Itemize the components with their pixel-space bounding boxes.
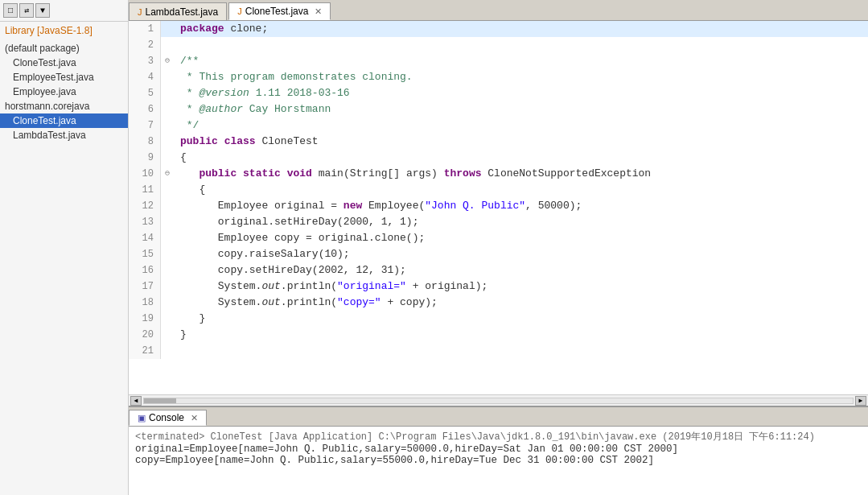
line-content-11: { [174,182,205,198]
code-line-2: 2 [129,37,868,53]
code-line-19: 19 } [129,311,868,327]
line-num-3: 3 [129,53,161,69]
code-editor[interactable]: 1 package clone; 2 3 ⊖ /** 4 * This prog [129,21,868,394]
file-icon-clone: J [237,6,242,16]
line-content-15: copy.raiseSalary(10); [174,246,350,262]
line-num-7: 7 [129,118,161,134]
file-icon-lambda: J [138,7,142,17]
scroll-left-btn[interactable]: ◀ [130,396,142,406]
line-content-20: } [174,327,187,343]
line-content-1: package clone; [174,21,268,37]
code-line-21: 21 [129,343,868,359]
sidebar-item-horstmann[interactable]: horstmann.corejava [0,99,128,113]
line-content-19: } [174,311,205,327]
code-line-6: 6 * @author Cay Horstmann [129,101,868,118]
scroll-right-btn[interactable]: ▶ [855,396,866,406]
line-content-14: Employee copy = original.clone(); [174,230,425,246]
line-num-6: 6 [129,101,161,118]
line-content-13: original.setHireDay(2000, 1, 1); [174,214,418,230]
code-line-10: 10 ⊖ public static void main(String[] ar… [129,166,868,182]
line-arrow-10: ⊖ [161,166,174,182]
sidebar-items: (default package) CloneTest.java Employe… [0,39,128,144]
line-content-5: * @version 1.11 2018-03-16 [174,85,350,101]
code-line-13: 13 original.setHireDay(2000, 1, 1); [129,214,868,230]
sidebar-item-clonetest2[interactable]: CloneTest.java [0,113,128,128]
dropdown-btn[interactable]: ▼ [35,3,50,18]
line-content-9: { [174,150,187,166]
line-num-20: 20 [129,327,161,343]
sidebar-item-employee[interactable]: Employee.java [0,85,128,99]
line-num-5: 5 [129,85,161,101]
code-line-4: 4 * This program demonstrates cloning. [129,69,868,85]
scroll-track[interactable] [143,398,854,404]
sidebar-item-employeetest[interactable]: EmployeeTest.java [0,70,128,85]
console-tab[interactable]: ▣ Console ✕ [129,410,207,426]
line-content-4: * This program demonstrates cloning. [174,69,413,85]
line-num-2: 2 [129,37,161,53]
line-content-12: Employee original = new Employee("John Q… [174,198,582,214]
sync-btn[interactable]: ⇄ [19,3,34,18]
line-content-10: public static void main(String[] args) t… [174,166,651,182]
line-num-17: 17 [129,278,161,295]
line-num-10: 10 [129,166,161,182]
scroll-thumb [144,398,176,403]
code-line-1: 1 package clone; [129,21,868,37]
line-content-8: public class CloneTest [174,134,319,150]
code-line-12: 12 Employee original = new Employee("Joh… [129,198,868,214]
line-num-4: 4 [129,69,161,85]
close-icon[interactable]: ✕ [315,6,322,17]
code-line-18: 18 System.out.println("copy=" + copy); [129,295,868,311]
line-num-15: 15 [129,246,161,262]
line-num-14: 14 [129,230,161,246]
tab-lambdatest-label: LambdaTest.java [146,6,219,18]
sidebar-item-default-package[interactable]: (default package) [0,41,128,56]
tab-lambdatest[interactable]: J LambdaTest.java [129,2,227,20]
tab-clonetest-label: CloneTest.java [245,6,309,17]
code-line-14: 14 Employee copy = original.clone(); [129,230,868,246]
horizontal-scrollbar[interactable]: ◀ ▶ [129,394,868,406]
line-num-9: 9 [129,150,161,166]
code-line-15: 15 copy.raiseSalary(10); [129,246,868,262]
console-terminated-line: <terminated> CloneTest [Java Application… [135,430,862,443]
code-line-8: 8 public class CloneTest [129,134,868,150]
console-content: <terminated> CloneTest [Java Application… [129,427,868,495]
library-label: Library [JavaSE-1.8] [0,22,128,39]
code-line-3: 3 ⊖ /** [129,53,868,69]
line-num-13: 13 [129,214,161,230]
sidebar: □ ⇄ ▼ Library [JavaSE-1.8] (default pack… [0,0,129,495]
console-icon: ▣ [138,413,146,423]
line-content-17: System.out.println("original=" + origina… [174,278,487,295]
code-line-11: 11 { [129,182,868,198]
line-num-16: 16 [129,262,161,278]
console-close-icon[interactable]: ✕ [191,413,198,423]
tab-bar: J LambdaTest.java J CloneTest.java ✕ [129,0,868,21]
line-content-7: */ [174,118,199,134]
editor-area: J LambdaTest.java J CloneTest.java ✕ 1 p… [129,0,868,495]
line-content-18: System.out.println("copy=" + copy); [174,295,438,311]
line-content-2 [174,37,187,53]
code-line-17: 17 System.out.println("original=" + orig… [129,278,868,295]
code-line-20: 20 } [129,327,868,343]
line-num-18: 18 [129,295,161,311]
console-output-line2: copy=Employee[name=John Q. Public,salary… [135,455,862,466]
console-panel: ▣ Console ✕ <terminated> CloneTest [Java… [129,406,868,495]
line-content-3: /** [174,53,199,69]
sidebar-item-clonetest[interactable]: CloneTest.java [0,56,128,70]
code-line-5: 5 * @version 1.11 2018-03-16 [129,85,868,101]
line-num-1: 1 [129,21,161,37]
tab-clonetest[interactable]: J CloneTest.java ✕ [228,2,331,20]
line-num-21: 21 [129,343,161,359]
minimize-btn[interactable]: □ [3,3,18,18]
sidebar-controls: □ ⇄ ▼ [0,0,128,22]
line-arrow-3: ⊖ [161,53,174,69]
code-line-9: 9 { [129,150,868,166]
line-num-19: 19 [129,311,161,327]
console-tab-bar: ▣ Console ✕ [129,407,868,427]
console-output-line1: original=Employee[name=John Q. Public,sa… [135,443,862,455]
code-line-7: 7 */ [129,118,868,134]
sidebar-item-lambdatest[interactable]: LambdaTest.java [0,128,128,142]
console-tab-label: Console [149,412,184,423]
line-content-6: * @author Cay Horstmann [174,101,331,118]
code-line-16: 16 copy.setHireDay(2002, 12, 31); [129,262,868,278]
main-area: □ ⇄ ▼ Library [JavaSE-1.8] (default pack… [0,0,868,495]
